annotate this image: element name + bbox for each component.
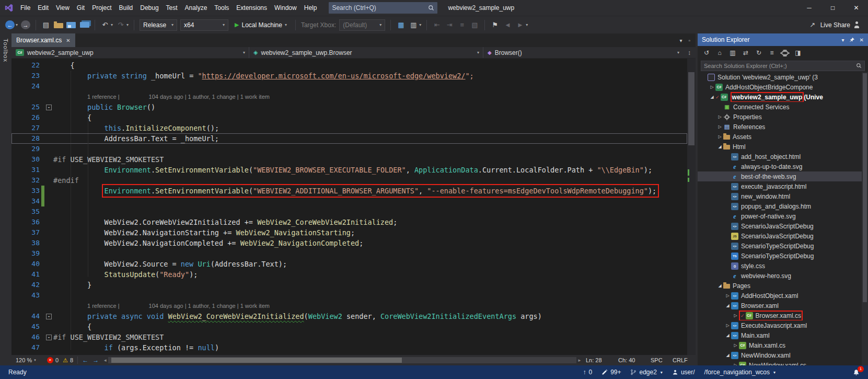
save-icon[interactable] (66, 22, 76, 28)
menu-help[interactable]: Help (300, 0, 321, 16)
navigate-backward-icon[interactable]: ← (82, 357, 88, 364)
se-properties-button[interactable] (781, 51, 789, 55)
tree-item-scenariotypescriptdebug[interactable]: TSScenarioTypeScriptDebug (698, 251, 862, 261)
code-line-29[interactable]: 29 (11, 144, 687, 154)
dropdown-caret-icon[interactable]: ▾ (126, 22, 129, 27)
new-item-icon[interactable]: ▤ (41, 20, 51, 30)
dropdown-caret-icon[interactable]: ▾ (419, 22, 421, 27)
package-icon[interactable]: ▥ (409, 20, 418, 30)
tree-item-newwindow-xaml[interactable]: ◢<>NewWindow.xaml (698, 350, 862, 360)
menu-file[interactable]: File (17, 0, 34, 16)
breakpoint-margin[interactable] (11, 81, 19, 91)
split-editor-icon[interactable]: ↕ (683, 49, 696, 56)
code-line-47[interactable]: 47 if (args.Exception != null) (11, 342, 687, 353)
menu-build[interactable]: Build (115, 0, 137, 16)
scrollbar-track[interactable] (108, 357, 576, 363)
expand-arrow-icon[interactable]: ▷ (709, 85, 715, 89)
code-line-30[interactable]: 30#if USE_WEBVIEW2_SMOKETEST (11, 154, 687, 165)
tree-item-best-of-the-web-svg[interactable]: ebest-of-the-web.svg (698, 171, 862, 181)
repo-user-button[interactable]: user/ (672, 369, 695, 376)
scroll-right-icon[interactable]: ► (577, 358, 582, 363)
code-line-44[interactable]: 44- private async void WebView2_CoreWebV… (11, 311, 687, 321)
repo-name-button[interactable]: /force_navigation_wcos ▾ (704, 369, 776, 376)
tree-item-solution-webview2-sample-uwp-3[interactable]: Solution 'webview2_sample_uwp' (3 (698, 72, 862, 82)
xaml-designer-icon[interactable]: ▦ (396, 20, 406, 30)
indent-icon[interactable]: ⇥ (445, 20, 454, 30)
breakpoint-margin[interactable] (11, 60, 19, 71)
tree-item-scenariotypescriptdebug[interactable]: <>ScenarioTypeScriptDebug (698, 241, 862, 251)
breakpoint-margin[interactable] (11, 144, 19, 154)
redo-icon[interactable]: ↷ (116, 20, 125, 30)
open-folder-icon[interactable] (54, 23, 63, 28)
code-line-33[interactable]: 33 Environment.SetEnvironmentVariable("W… (11, 186, 687, 196)
feedback-icon[interactable] (853, 21, 863, 28)
code-line-24[interactable]: 24 (11, 81, 687, 91)
scrollbar-thumb[interactable] (688, 72, 695, 145)
tree-item-executejavascript-xaml[interactable]: ▷<>ExecuteJavascript.xaml (698, 320, 862, 330)
menu-git[interactable]: Git (73, 0, 88, 16)
tree-item-assets[interactable]: ▷Assets (698, 132, 862, 142)
collapse-arrow-icon[interactable]: ◢ (716, 283, 723, 288)
close-icon[interactable]: ✕ (66, 38, 70, 43)
menu-window[interactable]: Window (271, 0, 300, 16)
solution-explorer-scrollbar[interactable] (862, 72, 868, 365)
navigate-forward-icon[interactable]: → (92, 357, 99, 364)
expand-arrow-icon[interactable]: ▷ (716, 134, 723, 139)
codelens-row[interactable]: 1 reference |104 days ago | 1 author, 1 … (11, 301, 687, 311)
menu-tools[interactable]: Tools (211, 0, 233, 16)
quick-search-input[interactable] (332, 4, 428, 12)
code-line-37[interactable]: 37 WebView2.NavigationStarting += WebVie… (11, 227, 687, 238)
menu-extensions[interactable]: Extensions (233, 0, 271, 16)
horizontal-scrollbar[interactable]: ◄ ► (103, 357, 582, 363)
breakpoint-margin[interactable] (11, 342, 19, 353)
bookmark-icon[interactable]: ⚑ (490, 20, 500, 30)
collapse-arrow-icon[interactable]: ◢ (724, 303, 731, 308)
menu-edit[interactable]: Edit (34, 0, 52, 16)
navigate-forward-button[interactable]: → (21, 20, 30, 29)
breadcrumb-project-dropdown[interactable]: C# webview2_sample_uwp ▾ (11, 47, 249, 58)
tree-item-browser-xaml[interactable]: ◢<>Browser.xaml (698, 301, 862, 311)
breadcrumb-member-dropdown[interactable]: ◆ Browser() ▾ (483, 47, 683, 58)
scroll-left-icon[interactable]: ◄ (103, 358, 107, 363)
code-line-31[interactable]: 31 Environment.SetEnvironmentVariable("W… (11, 165, 687, 175)
breakpoint-margin[interactable] (11, 165, 19, 175)
code-line-25[interactable]: 25- public Browser() (11, 102, 687, 112)
menu-test[interactable]: Test (163, 0, 181, 16)
error-count[interactable]: ✕ 0 (47, 357, 59, 363)
code-line-39[interactable]: 39 (11, 248, 687, 259)
code-line-22[interactable]: 22 { (11, 60, 687, 71)
warning-count[interactable]: ⚠ 8 (63, 357, 73, 364)
dropdown-caret-icon[interactable]: ▾ (16, 22, 18, 27)
se-refresh-button[interactable]: ↻ (755, 49, 762, 56)
tree-item-html[interactable]: ◢Html (698, 142, 862, 152)
code-line-38[interactable]: 38 WebView2.NavigationCompleted += WebVi… (11, 238, 687, 248)
prev-bookmark-icon[interactable]: ◄ (503, 20, 512, 30)
expand-arrow-icon[interactable]: ▷ (724, 293, 731, 298)
breakpoint-margin[interactable] (11, 248, 19, 259)
breakpoint-margin[interactable] (11, 290, 19, 301)
tree-item-scenariojavascriptdebug[interactable]: <>ScenarioJavaScriptDebug (698, 221, 862, 231)
breakpoint-margin[interactable] (11, 71, 19, 81)
expand-arrow-icon[interactable]: ▷ (716, 124, 723, 129)
tree-item-add-host-object-html[interactable]: <>add_host_object.html (698, 152, 862, 162)
close-button[interactable]: ✕ (844, 0, 868, 16)
breakpoint-margin[interactable] (11, 175, 19, 186)
expand-arrow-icon[interactable]: ▷ (732, 363, 739, 365)
breakpoint-margin[interactable] (11, 332, 19, 342)
default-target-dropdown[interactable]: (Default)▾ (339, 19, 385, 31)
breakpoint-margin[interactable] (11, 154, 19, 165)
close-icon[interactable]: ✕ (860, 37, 864, 43)
breakpoint-margin[interactable] (11, 301, 19, 311)
scrollbar-thumb[interactable] (111, 358, 402, 363)
line-list-icon[interactable]: ≡ (457, 20, 467, 30)
tab-browser-xaml-cs[interactable]: Browser.xaml.cs ✕ (11, 33, 75, 47)
next-bookmark-icon[interactable]: ► (515, 20, 525, 30)
breadcrumb-class-dropdown[interactable]: ◈ webview2_sample_uwp.Browser ▾ (249, 47, 483, 58)
code-line-42[interactable]: 42 } (11, 280, 687, 290)
menu-debug[interactable]: Debug (136, 0, 162, 16)
menu-analyze[interactable]: Analyze (181, 0, 211, 16)
breakpoint-margin[interactable] (11, 123, 19, 133)
expand-arrow-icon[interactable]: ▷ (732, 343, 739, 348)
expand-arrow-icon[interactable]: ▷ (732, 313, 739, 318)
toolbox-tab[interactable]: Toolbox (0, 33, 11, 365)
